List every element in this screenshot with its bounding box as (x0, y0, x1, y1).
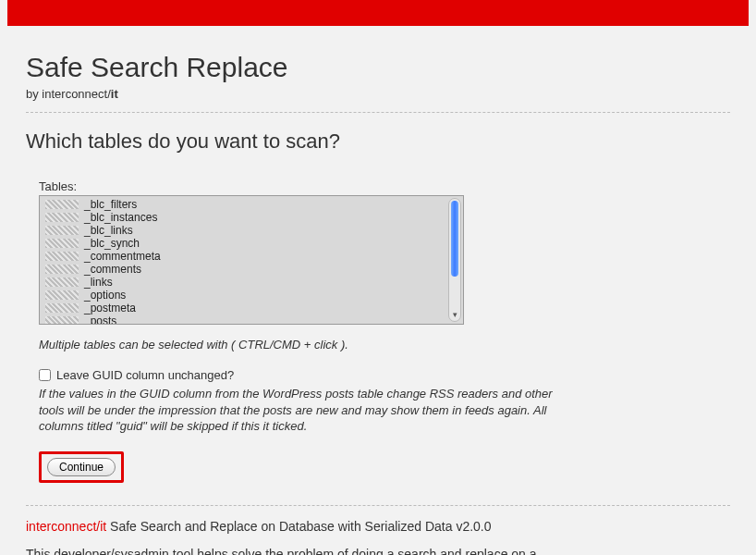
table-option-label: _blc_synch (84, 237, 140, 250)
tables-label: Tables: (39, 179, 730, 193)
table-option[interactable]: _blc_links (40, 224, 448, 237)
table-prefix-redacted (45, 303, 79, 313)
table-option[interactable]: _blc_filters (40, 198, 448, 211)
table-prefix-redacted (45, 265, 79, 274)
byline-prefix: by interconnect/ (26, 87, 111, 101)
table-prefix-redacted (45, 290, 79, 300)
footer-title-rest: Safe Search and Replace on Database with… (106, 519, 491, 534)
table-prefix-redacted (45, 316, 79, 324)
byline-brand-bold: it (111, 87, 118, 101)
table-prefix-redacted (45, 226, 79, 235)
table-option[interactable]: _blc_synch (40, 237, 448, 250)
table-option-label: _commentmeta (84, 250, 161, 263)
footer-description: This developer/sysadmin tool helps solve… (26, 547, 730, 555)
footer-brand: interconnect/it (26, 519, 106, 534)
multiselect-hint: Multiple tables can be selected with ( C… (39, 338, 730, 352)
guid-checkbox-label: Leave GUID column unchanged? (56, 368, 234, 382)
continue-highlight-box: Continue (39, 451, 124, 483)
table-option[interactable]: _blc_instances (40, 211, 448, 224)
table-prefix-redacted (45, 239, 79, 248)
table-option-label: _blc_instances (84, 211, 157, 224)
footer-title: interconnect/it Safe Search and Replace … (26, 519, 730, 534)
scrollbar[interactable]: ▾ (448, 198, 461, 322)
table-option[interactable]: _comments (40, 263, 448, 276)
table-prefix-redacted (45, 200, 79, 209)
table-option-label: _comments (84, 263, 141, 276)
continue-button[interactable]: Continue (47, 458, 116, 476)
divider (26, 112, 730, 113)
table-option-label: _blc_filters (84, 198, 137, 211)
scroll-down-icon[interactable]: ▾ (449, 310, 460, 319)
table-option[interactable]: _commentmeta (40, 250, 448, 263)
page-title: Safe Search Replace (26, 52, 730, 83)
table-option-label: _links (84, 276, 113, 289)
table-option[interactable]: _links (40, 276, 448, 289)
divider (26, 505, 730, 506)
table-option-label: _blc_links (84, 224, 133, 237)
table-prefix-redacted (45, 213, 79, 222)
table-option-label: _postmeta (84, 302, 136, 314)
header-red-bar (7, 0, 749, 26)
tables-multiselect[interactable]: _blc_filters_blc_instances_blc_links_blc… (39, 195, 464, 325)
guid-checkbox[interactable] (39, 369, 51, 381)
table-prefix-redacted (45, 278, 79, 287)
table-option-label: _options (84, 289, 126, 302)
table-option-label: _posts (84, 314, 116, 324)
table-option[interactable]: _postmeta (40, 302, 448, 314)
scroll-thumb[interactable] (451, 201, 458, 277)
table-option[interactable]: _options (40, 289, 448, 302)
question-heading: Which tables do you want to scan? (26, 130, 730, 154)
table-prefix-redacted (45, 252, 79, 261)
byline: by interconnect/it (26, 87, 730, 101)
guid-help-text: If the values in the GUID column from th… (39, 386, 556, 435)
table-option[interactable]: _posts (40, 314, 448, 324)
